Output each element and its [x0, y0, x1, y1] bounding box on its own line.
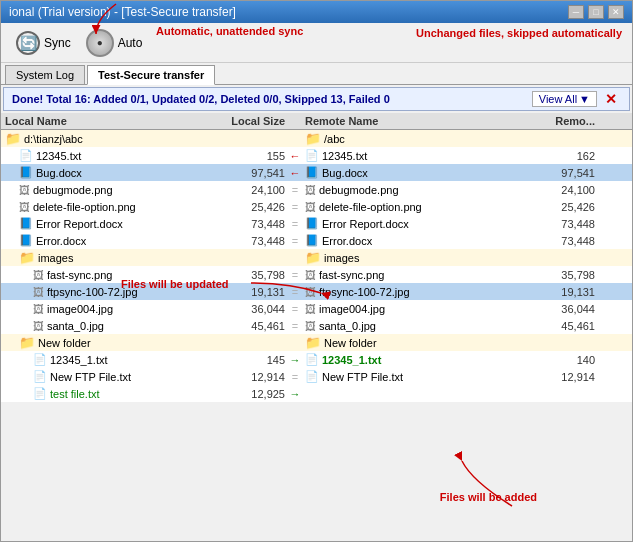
sync-operation: = [285, 320, 305, 332]
sync-op-equal: = [292, 303, 298, 315]
local-file-size: 12,914 [205, 371, 285, 383]
remote-file-name: 📁 New folder [305, 335, 505, 350]
local-file-name: 🖼 santa_0.jpg [5, 320, 205, 332]
table-row[interactable]: 🖼 delete-file-option.png 25,426 = 🖼 dele… [1, 198, 632, 215]
remote-file-size: 19,131 [505, 286, 595, 298]
sync-operation: = [285, 371, 305, 383]
remote-file-size: 140 [505, 354, 595, 366]
local-file-name: 🖼 ftpsync-100-72.jpg [5, 286, 205, 298]
auto-button[interactable]: ● Auto [86, 29, 143, 57]
local-file-size: 145 [205, 354, 285, 366]
table-row[interactable]: 📘 Bug.docx 97,541 ← 📘 Bug.docx 97,541 [1, 164, 632, 181]
table-row[interactable]: 📄 12345.txt 155 ← 📄 12345.txt 162 [1, 147, 632, 164]
table-row[interactable]: 📘 Error.docx 73,448 = 📘 Error.docx 73,44… [1, 232, 632, 249]
status-close-button[interactable]: ✕ [601, 91, 621, 107]
local-file-name: 📘 Bug.docx [5, 166, 205, 179]
local-file-name: 📁 New folder [5, 335, 205, 350]
table-row[interactable]: 🖼 image004.jpg 36,044 = 🖼 image004.jpg 3… [1, 300, 632, 317]
remote-file-size: 12,914 [505, 371, 595, 383]
table-row[interactable]: 📄 test file.txt 12,925 → [1, 385, 632, 402]
content-area: 📁 d:\tianzj\abc 📁 /abc 📄 12345.txt 155 ←… [1, 130, 632, 541]
annotation-unchanged-text: Unchanged files, skipped automatically [416, 27, 622, 39]
sync-operation: = [285, 184, 305, 196]
remote-file-name: 📁 /abc [305, 131, 505, 146]
sync-operation: = [285, 269, 305, 281]
sync-operation: = [285, 235, 305, 247]
file-list[interactable]: 📁 d:\tianzj\abc 📁 /abc 📄 12345.txt 155 ←… [1, 130, 632, 402]
sync-op-equal: = [292, 269, 298, 281]
local-file-size: 25,426 [205, 201, 285, 213]
status-text: Done! Total 16: Added 0/1, Updated 0/2, … [12, 93, 390, 105]
table-row[interactable]: 📁 d:\tianzj\abc 📁 /abc [1, 130, 632, 147]
remote-file-name: 🖼 image004.jpg [305, 303, 505, 315]
status-bar: Done! Total 16: Added 0/1, Updated 0/2, … [3, 87, 630, 111]
table-row[interactable]: 📘 Error Report.docx 73,448 = 📘 Error Rep… [1, 215, 632, 232]
remote-file-name: 🖼 santa_0.jpg [305, 320, 505, 332]
local-file-size: 73,448 [205, 235, 285, 247]
main-content: Done! Total 16: Added 0/1, Updated 0/2, … [1, 85, 632, 541]
sync-op-equal: = [292, 218, 298, 230]
toolbar: 🔄 Sync ● Auto Automatic, unattended sync… [1, 23, 632, 63]
remote-file-name: 📘 Error Report.docx [305, 217, 505, 230]
remote-file-name: 📄 12345_1.txt [305, 353, 505, 366]
local-file-size: 45,461 [205, 320, 285, 332]
remote-file-size: 24,100 [505, 184, 595, 196]
table-row[interactable]: 🖼 debugmode.png 24,100 = 🖼 debugmode.png… [1, 181, 632, 198]
local-file-name: 📄 test file.txt [5, 387, 205, 400]
local-file-name: 📁 d:\tianzj\abc [5, 131, 205, 146]
remote-file-size: 162 [505, 150, 595, 162]
sync-operation: → [285, 388, 305, 400]
maximize-button[interactable]: □ [588, 5, 604, 19]
table-row[interactable]: 🖼 ftpsync-100-72.jpg 19,131 = 🖼 ftpsync-… [1, 283, 632, 300]
sync-op-equal: = [292, 201, 298, 213]
close-button[interactable]: ✕ [608, 5, 624, 19]
minimize-button[interactable]: ─ [568, 5, 584, 19]
table-row[interactable]: 📁 images 📁 images [1, 249, 632, 266]
table-row[interactable]: 🖼 fast-sync.png 35,798 = 🖼 fast-sync.png… [1, 266, 632, 283]
sync-operation: = [285, 286, 305, 298]
remote-file-size: 35,798 [505, 269, 595, 281]
col-local-name: Local Name [5, 115, 205, 127]
local-file-name: 📁 images [5, 250, 205, 265]
remote-file-name: 🖼 ftpsync-100-72.jpg [305, 286, 505, 298]
column-headers: Local Name Local Size Remote Name Remo..… [1, 113, 632, 130]
remote-file-name: 🖼 fast-sync.png [305, 269, 505, 281]
remote-file-name: 🖼 debugmode.png [305, 184, 505, 196]
sync-op-right: → [290, 354, 301, 366]
local-file-name: 🖼 image004.jpg [5, 303, 205, 315]
annotation-files-added: Files will be added [440, 491, 537, 503]
local-file-name: 🖼 delete-file-option.png [5, 201, 205, 213]
table-row[interactable]: 📄 12345_1.txt 145 → 📄 12345_1.txt 140 [1, 351, 632, 368]
local-file-name: 📄 New FTP File.txt [5, 370, 205, 383]
local-file-size: 35,798 [205, 269, 285, 281]
remote-file-size: 73,448 [505, 218, 595, 230]
sync-operation: = [285, 201, 305, 213]
sync-button[interactable]: 🔄 Sync [9, 28, 78, 58]
table-row[interactable]: 📄 New FTP File.txt 12,914 = 📄 New FTP Fi… [1, 368, 632, 385]
remote-file-size: 45,461 [505, 320, 595, 332]
remote-file-name: 📁 images [305, 250, 505, 265]
sync-op-equal: = [292, 235, 298, 247]
local-file-size: 73,448 [205, 218, 285, 230]
view-all-button[interactable]: View All ▼ [532, 91, 597, 107]
local-file-name: 📘 Error Report.docx [5, 217, 205, 230]
tab-system-log[interactable]: System Log [5, 65, 85, 84]
local-file-size: 24,100 [205, 184, 285, 196]
col-remote-name: Remote Name [305, 115, 505, 127]
tab-secure-transfer[interactable]: Test-Secure transfer [87, 65, 215, 85]
sync-operation: = [285, 303, 305, 315]
col-remote-size: Remo... [505, 115, 595, 127]
remote-file-name: 📘 Bug.docx [305, 166, 505, 179]
sync-op-right: → [290, 388, 301, 400]
sync-op-equal: = [292, 371, 298, 383]
sync-operation: ← [285, 167, 305, 179]
table-row[interactable]: 🖼 santa_0.jpg 45,461 = 🖼 santa_0.jpg 45,… [1, 317, 632, 334]
local-file-name: 🖼 fast-sync.png [5, 269, 205, 281]
table-row[interactable]: 📁 New folder 📁 New folder [1, 334, 632, 351]
local-file-name: 📄 12345.txt [5, 149, 205, 162]
local-file-size: 155 [205, 150, 285, 162]
local-file-name: 📄 12345_1.txt [5, 353, 205, 366]
sync-operation: → [285, 354, 305, 366]
local-file-size: 36,044 [205, 303, 285, 315]
sync-op-equal: = [292, 320, 298, 332]
